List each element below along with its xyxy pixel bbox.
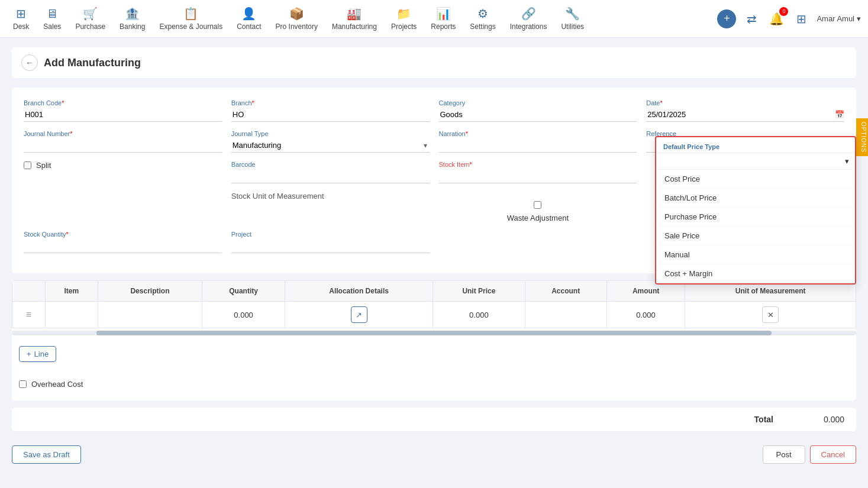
dropdown-chevron-icon: ▾ [845, 157, 849, 166]
expense-journals-icon: 📋 [183, 7, 198, 21]
overhead-cost-checkbox[interactable] [19, 380, 27, 388]
branch-code-input[interactable] [24, 108, 222, 122]
back-button[interactable]: ← [21, 54, 38, 71]
settings-icon: ⚙ [477, 7, 488, 21]
date-input[interactable] [646, 108, 835, 121]
option-manual[interactable]: Manual [656, 245, 855, 264]
add-button[interactable]: + [717, 9, 736, 28]
journal-type-select[interactable]: Manufacturing [231, 138, 430, 152]
nav-item-utilities[interactable]: 🔧 Utilities [555, 2, 590, 35]
calendar-icon[interactable]: 📅 [835, 110, 844, 119]
projects-icon: 📁 [396, 7, 411, 21]
table-row: ≡ 0.000 ↗ 0.000 0.000 [12, 302, 856, 328]
contact-icon: 👤 [241, 7, 256, 21]
waste-adjustment-group: Waste Adjustment [439, 192, 637, 222]
option-cost-price[interactable]: Cost Price [656, 170, 855, 189]
nav-label-sales: Sales [43, 22, 61, 31]
top-nav: ⊞ Desk 🖥 Sales 🛒 Purchase 🏦 Banking 📋 Ex… [0, 0, 868, 38]
allocation-link-button[interactable]: ↗ [351, 306, 367, 323]
dropdown-select[interactable] [662, 157, 845, 166]
category-input[interactable] [439, 108, 637, 122]
nav-item-settings[interactable]: ⚙ Settings [464, 2, 501, 35]
narration-input[interactable] [439, 138, 637, 153]
nav-item-contact[interactable]: 👤 Contact [231, 2, 267, 35]
waste-adjustment-checkbox[interactable] [534, 201, 541, 209]
option-sale-price[interactable]: Sale Price [656, 227, 855, 245]
nav-label-settings: Settings [470, 22, 495, 31]
option-cost-margin[interactable]: Cost + Margin [656, 264, 855, 283]
option-batch-lot-price[interactable]: Batch/Lot Price [656, 189, 855, 208]
project-input[interactable] [231, 239, 430, 253]
item-cell[interactable] [46, 302, 98, 328]
stock-item-input[interactable] [439, 169, 637, 183]
horizontal-scrollbar[interactable] [12, 331, 856, 335]
split-checkbox[interactable] [24, 161, 31, 169]
user-menu[interactable]: Amar Amul ▾ [817, 14, 861, 23]
stock-item-group: Stock Item* [439, 161, 637, 183]
nav-item-desk[interactable]: ⊞ Desk [7, 2, 35, 35]
options-strip[interactable]: OPTIONS [856, 118, 868, 156]
stock-quantity-label: Stock Quantity* [24, 231, 222, 238]
col-unit-price: Unit Price [433, 281, 525, 302]
branch-label: Branch* [231, 99, 430, 106]
data-table: Item Description Quantity Allocation Det… [12, 280, 856, 328]
barcode-label: Barcode [231, 161, 430, 168]
nav-item-reports[interactable]: 📊 Reports [425, 2, 462, 35]
reports-icon: 📊 [436, 7, 451, 21]
nav-item-purchase[interactable]: 🛒 Purchase [69, 2, 111, 35]
switch-button[interactable]: ⇄ [742, 9, 761, 28]
col-drag [12, 281, 46, 302]
stock-unit-label: Stock Unit of Measurement [231, 192, 430, 201]
save-draft-button[interactable]: Save as Draft [12, 445, 81, 464]
drag-handle-icon[interactable]: ≡ [26, 309, 31, 319]
narration-label: Narration* [439, 130, 637, 137]
overhead-cost-label: Overhead Cost [31, 380, 83, 389]
nav-item-expense-journals[interactable]: 📋 Expense & Journals [153, 2, 228, 35]
unit-price-value: 0.000 [469, 311, 489, 319]
split-label: Split [36, 161, 51, 170]
nav-label-projects: Projects [391, 22, 417, 31]
stock-item-label: Stock Item* [439, 161, 637, 168]
nav-item-banking[interactable]: 🏦 Banking [114, 2, 151, 35]
drag-cell: ≡ [12, 302, 46, 328]
branch-group: Branch* [231, 99, 430, 122]
category-label: Category [439, 99, 637, 106]
banking-icon: 🏦 [125, 7, 140, 21]
allocation-cell: ↗ [285, 302, 433, 328]
option-purchase-price[interactable]: Purchase Price [656, 208, 855, 227]
delete-row-button[interactable]: ✕ [762, 306, 779, 323]
integrations-icon: 🔗 [521, 7, 536, 21]
nav-label-reports: Reports [431, 22, 456, 31]
add-line-button[interactable]: + Line [19, 346, 56, 362]
account-cell[interactable] [525, 302, 606, 328]
branch-code-group: Branch Code* [24, 99, 222, 122]
scrollbar-thumb [96, 331, 772, 335]
branch-input[interactable] [231, 108, 430, 122]
manufacturing-icon: 🏭 [347, 7, 362, 21]
stock-unit-group: Stock Unit of Measurement [231, 192, 430, 201]
post-button[interactable]: Post [763, 445, 805, 464]
add-line-label: Line [34, 350, 49, 358]
barcode-input[interactable] [231, 169, 430, 183]
nav-item-projects[interactable]: 📁 Projects [385, 2, 422, 35]
barcode-group: Barcode [231, 161, 430, 183]
stock-quantity-input[interactable] [24, 239, 222, 253]
nav-item-pro-inventory[interactable]: 📦 Pro Inventory [270, 2, 324, 35]
journal-number-input[interactable] [24, 138, 222, 153]
nav-label-utilities: Utilities [561, 22, 584, 31]
journal-type-select-wrap: Manufacturing ▾ [231, 138, 430, 153]
nav-item-integrations[interactable]: 🔗 Integrations [504, 2, 553, 35]
narration-group: Narration* [439, 130, 637, 153]
nav-label-manufacturing: Manufacturing [332, 22, 377, 31]
project-label: Project [231, 231, 430, 238]
cancel-button[interactable]: Cancel [810, 445, 856, 464]
nav-label-purchase: Purchase [75, 22, 105, 31]
description-cell[interactable] [98, 302, 202, 328]
grid-icon[interactable]: ⊞ [792, 9, 811, 28]
nav-item-sales[interactable]: 🖥 Sales [37, 2, 67, 35]
nav-label-pro-inventory: Pro Inventory [276, 22, 318, 31]
nav-item-manufacturing[interactable]: 🏭 Manufacturing [326, 2, 383, 35]
purchase-icon: 🛒 [83, 7, 98, 21]
col-description: Description [98, 281, 202, 302]
notifications[interactable]: 🔔 0 [767, 9, 786, 28]
